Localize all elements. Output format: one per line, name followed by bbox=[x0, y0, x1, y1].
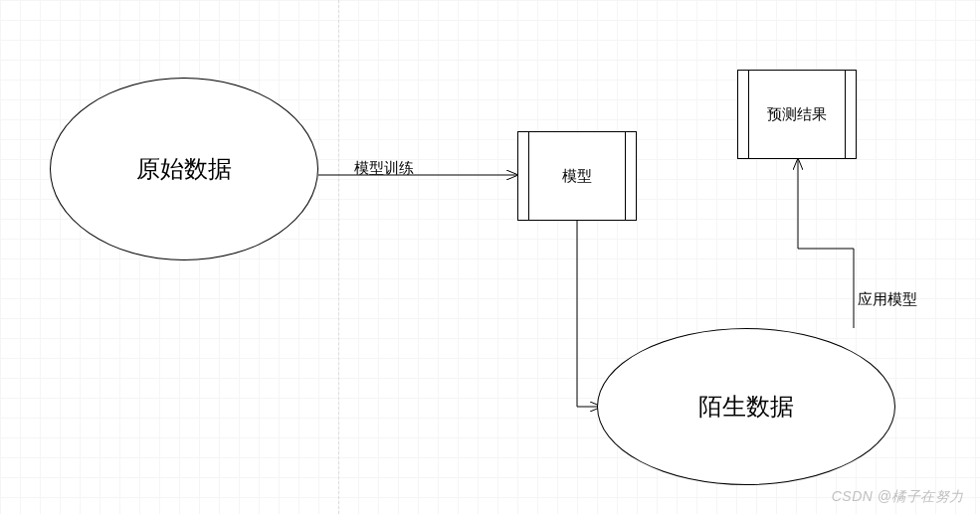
divider bbox=[625, 132, 626, 220]
watermark: CSDN @橘子在努力 bbox=[832, 488, 964, 506]
divider bbox=[748, 71, 749, 158]
node-raw-data: 原始数据 bbox=[50, 78, 318, 260]
node-prediction-label: 预测结果 bbox=[767, 105, 827, 124]
node-prediction: 预测结果 bbox=[737, 70, 857, 159]
edge-label-train: 模型训练 bbox=[354, 159, 414, 178]
node-raw-data-label: 原始数据 bbox=[136, 153, 232, 185]
edge-label-apply: 应用模型 bbox=[858, 290, 917, 309]
divider bbox=[845, 71, 846, 158]
edge-to-unknown bbox=[577, 221, 601, 407]
node-model-label: 模型 bbox=[562, 167, 592, 186]
vertical-guide-line bbox=[338, 0, 339, 514]
divider bbox=[528, 132, 529, 220]
edge-apply bbox=[798, 159, 854, 328]
node-unknown-data-label: 陌生数据 bbox=[698, 391, 794, 423]
node-model: 模型 bbox=[517, 131, 637, 221]
node-unknown-data: 陌生数据 bbox=[597, 328, 895, 485]
